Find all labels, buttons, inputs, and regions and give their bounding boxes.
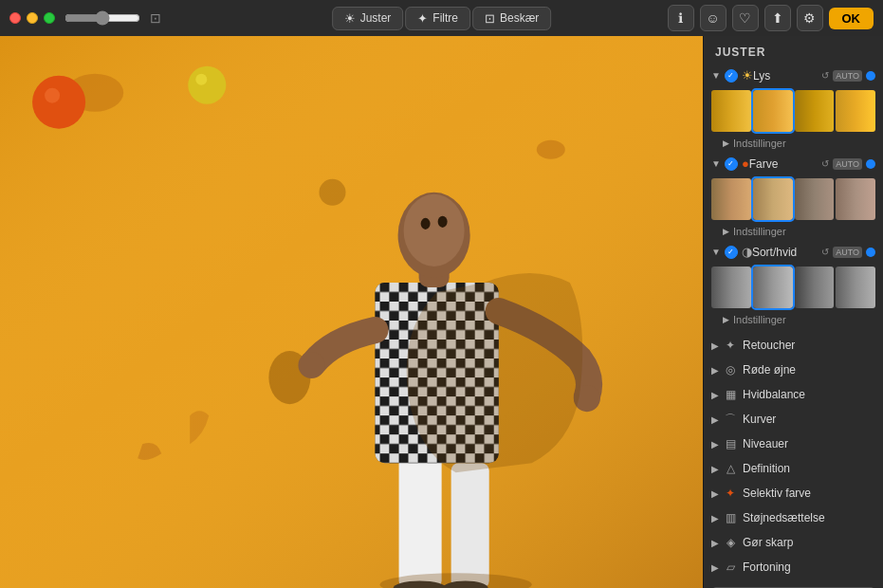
lys-settings-chevron: ▶ [723, 138, 729, 148]
titlebar: ⊡ ☀ Juster ✦ Filtre ⊡ Beskær ℹ ☺ ♡ ⬆ ⚙ O… [0, 0, 883, 36]
tool-gor-skarp[interactable]: ▶ ◈ Gør skarp [704, 530, 883, 555]
rode-ojne-label: Røde øjne [743, 363, 796, 377]
filtre-icon: ✦ [417, 11, 428, 26]
farve-icon: ● [742, 156, 749, 171]
heart-button[interactable]: ♡ [732, 5, 759, 31]
zoom-slider[interactable] [64, 10, 140, 26]
lys-thumbs [704, 86, 883, 136]
tool-selektiv-farve[interactable]: ▶ ✦ Selektiv farve [704, 481, 883, 505]
zoom-slider-area: ⊡ [64, 10, 161, 26]
lys-check[interactable]: ✓ [725, 69, 738, 83]
emoji-button[interactable]: ☺ [700, 5, 727, 31]
svg-point-24 [404, 194, 465, 266]
svg-point-8 [188, 66, 226, 104]
niveauer-label: Niveauer [743, 437, 788, 450]
section-bw-header[interactable]: ▼ ✓ ◑ Sort/hvid ↺ AUTO [704, 241, 883, 263]
svg-point-26 [438, 216, 448, 228]
bw-check[interactable]: ✓ [725, 246, 738, 259]
minimize-button[interactable] [27, 12, 38, 24]
section-farve: ▼ ✓ ● Farve ↺ AUTO ▶ Indstillinger [704, 153, 883, 241]
filtre-button[interactable]: ✦ Filtre [405, 7, 470, 30]
farve-thumb-2[interactable] [795, 178, 835, 220]
stojedsaettelse-icon: ▥ [723, 510, 738, 525]
hvidbalance-icon: ▦ [723, 387, 738, 402]
svg-point-5 [319, 179, 345, 206]
stojedsaettelse-label: Støjnedsættelse [743, 511, 825, 524]
juster-label: Juster [360, 11, 392, 25]
tool-hvidbalance[interactable]: ▶ ▦ Hvidbalance [704, 382, 883, 407]
tool-fortoning[interactable]: ▶ ▱ Fortoning [704, 555, 883, 579]
share-button[interactable]: ⬆ [764, 5, 791, 31]
ok-button[interactable]: OK [829, 8, 874, 29]
lys-reset[interactable]: ↺ [821, 70, 829, 81]
bw-icon: ◑ [742, 245, 752, 259]
niveauer-icon: ▤ [723, 436, 738, 451]
farve-label: Farve [749, 157, 821, 171]
bw-thumb-3[interactable] [836, 266, 875, 308]
selektiv-farve-icon: ✦ [723, 486, 738, 501]
fortoning-label: Fortoning [743, 560, 791, 574]
farve-auto[interactable]: AUTO [833, 158, 862, 170]
close-button[interactable] [9, 12, 21, 24]
farve-thumb-0[interactable] [711, 178, 751, 220]
kurver-chevron: ▶ [711, 414, 719, 425]
bw-thumb-2[interactable] [795, 266, 835, 308]
tool-stojedsaettelse[interactable]: ▶ ▥ Støjnedsættelse [704, 505, 883, 530]
juster-button[interactable]: ☀ Juster [332, 7, 404, 30]
beskær-label: Beskær [500, 11, 539, 25]
bw-chevron: ▼ [711, 247, 721, 257]
retoucher-chevron: ▶ [711, 340, 719, 351]
lys-auto[interactable]: AUTO [833, 70, 862, 82]
bw-settings-chevron: ▶ [723, 315, 729, 324]
fortoning-icon: ▱ [723, 560, 738, 575]
info-button[interactable]: ℹ [668, 5, 694, 31]
section-lys: ▼ ✓ ☀ Lys ↺ AUTO ▶ Indstillinger [704, 64, 883, 153]
section-farve-header[interactable]: ▼ ✓ ● Farve ↺ AUTO [704, 153, 883, 175]
lys-thumb-1[interactable] [753, 90, 793, 132]
bw-thumb-0[interactable] [711, 266, 751, 308]
kurver-icon: ⌒ [723, 412, 738, 427]
svg-point-25 [421, 218, 431, 230]
reset-container: Nulstil justeringer [704, 579, 883, 588]
lys-indicator [866, 71, 875, 81]
farve-indicator [866, 159, 875, 169]
beskær-button[interactable]: ⊡ Beskær [472, 7, 551, 30]
kurver-label: Kurver [743, 413, 776, 426]
farve-settings[interactable]: ▶ Indstillinger [704, 224, 883, 241]
section-lys-header[interactable]: ▼ ✓ ☀ Lys ↺ AUTO [704, 64, 883, 86]
bw-reset[interactable]: ↺ [821, 247, 829, 257]
tool-rode-ojne[interactable]: ▶ ◎ Røde øjne [704, 358, 883, 382]
farve-thumb-1[interactable] [753, 178, 793, 220]
bw-settings-label: Indstillinger [733, 314, 786, 325]
gear-button[interactable]: ⚙ [797, 5, 823, 31]
tool-niveauer[interactable]: ▶ ▤ Niveauer [704, 432, 883, 456]
photo-canvas [0, 36, 703, 588]
bw-label: Sort/hvid [752, 246, 821, 259]
panel-title: JUSTER [704, 36, 883, 64]
lys-thumb-0[interactable] [711, 90, 751, 132]
retoucher-label: Retoucher [743, 339, 795, 352]
tool-definition[interactable]: ▶ △ Definition [704, 456, 883, 481]
svg-point-9 [195, 74, 207, 85]
bw-thumb-1[interactable] [753, 266, 793, 308]
niveauer-chevron: ▶ [711, 439, 719, 450]
farve-settings-label: Indstillinger [733, 226, 786, 237]
selektiv-farve-label: Selektiv farve [743, 487, 811, 500]
bw-auto[interactable]: AUTO [833, 247, 862, 258]
retoucher-icon: ✦ [723, 338, 738, 353]
lys-thumb-3[interactable] [836, 90, 875, 132]
lys-settings[interactable]: ▶ Indstillinger [704, 136, 883, 153]
farve-thumb-3[interactable] [836, 178, 875, 220]
tool-kurver[interactable]: ▶ ⌒ Kurver [704, 407, 883, 432]
window-icon: ⊡ [150, 10, 161, 26]
definition-chevron: ▶ [711, 464, 719, 474]
hvidbalance-label: Hvidbalance [743, 388, 805, 401]
toolbar-center: ☀ Juster ✦ Filtre ⊡ Beskær [332, 7, 552, 30]
bw-settings[interactable]: ▶ Indstillinger [704, 312, 883, 329]
tool-retoucher[interactable]: ▶ ✦ Retoucher [704, 333, 883, 358]
lys-thumb-2[interactable] [795, 90, 835, 132]
farve-check[interactable]: ✓ [725, 157, 738, 171]
maximize-button[interactable] [44, 12, 55, 24]
farve-reset[interactable]: ↺ [821, 158, 829, 169]
farve-chevron: ▼ [711, 158, 721, 169]
